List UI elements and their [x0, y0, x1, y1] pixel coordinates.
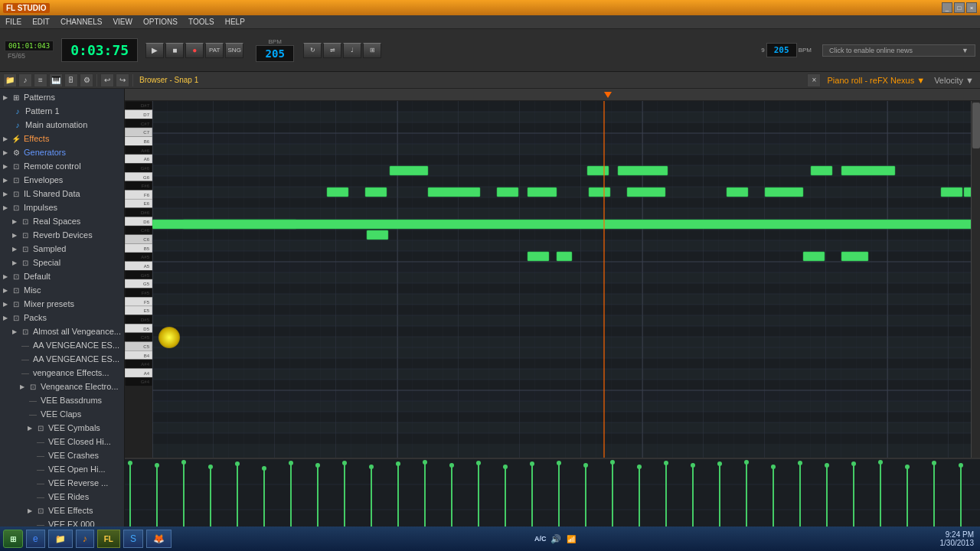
piano-btn[interactable]: 🎹: [49, 73, 63, 87]
menu-tools[interactable]: TOOLS: [186, 17, 217, 27]
news-bar[interactable]: Click to enable online news ▼: [822, 44, 975, 57]
taskbar-explorer[interactable]: 📁: [48, 530, 73, 548]
note-a6-2[interactable]: [587, 166, 609, 175]
shuffle-button[interactable]: ⇌: [323, 43, 341, 58]
pattern-btn[interactable]: ≡: [34, 73, 47, 87]
note-e6-main[interactable]: [152, 220, 971, 229]
sidebar-item-generators[interactable]: ▶ ⚙ Generators: [0, 145, 124, 159]
tray-audio[interactable]: 🔊: [550, 533, 562, 545]
taskbar-winamp[interactable]: ♪: [76, 530, 94, 548]
menu-view[interactable]: VIEW: [110, 17, 135, 27]
note-cs6-2[interactable]: [557, 252, 572, 261]
sidebar-item-sampled[interactable]: ▶ ⊡ Sampled: [0, 242, 124, 256]
note-g6-10[interactable]: [941, 187, 962, 197]
maximize-button[interactable]: □: [954, 2, 965, 13]
sidebar-item-vengeance-electro[interactable]: ▶ ⊡ Vengeance Electro...: [0, 380, 124, 393]
v-scroll-thumb[interactable]: [972, 103, 980, 148]
menu-edit[interactable]: EDIT: [30, 17, 52, 27]
note-g6-9[interactable]: [765, 187, 803, 197]
sidebar-item-vee-open-hi[interactable]: — VEE Open Hi...: [0, 462, 124, 476]
pattern-mode[interactable]: PAT: [205, 43, 224, 58]
sidebar-item-remote-control[interactable]: ▶ ⊡ Remote control: [0, 159, 124, 173]
note-cs6-3[interactable]: [803, 252, 825, 261]
note-g6-2[interactable]: [365, 187, 387, 197]
sidebar-item-vee-claps[interactable]: — VEE Claps: [0, 407, 124, 421]
velec-icon: ⊡: [28, 381, 38, 392]
browser-btn[interactable]: 📁: [3, 73, 17, 87]
stop-button[interactable]: ■: [165, 43, 184, 58]
record-button[interactable]: ●: [185, 43, 204, 58]
step-button[interactable]: ⊞: [363, 43, 381, 58]
channel-btn[interactable]: ♪: [18, 73, 32, 87]
note-g6-5[interactable]: [528, 187, 557, 197]
note-g6-8[interactable]: [727, 187, 748, 197]
note-a6-3[interactable]: [618, 166, 668, 175]
close-button[interactable]: ×: [966, 2, 977, 13]
minimize-button[interactable]: _: [942, 2, 952, 13]
sidebar-item-packs[interactable]: ▶ ⊡ Packs: [0, 311, 124, 324]
note-cs6-1[interactable]: [528, 252, 549, 261]
sidebar-item-special[interactable]: ▶ ⊡ Special: [0, 256, 124, 269]
menu-file[interactable]: FILE: [3, 17, 24, 27]
tray-ac[interactable]: A/C: [534, 533, 547, 545]
sidebar-item-vengeance-effects[interactable]: — vengeance Effects...: [0, 366, 124, 380]
sidebar-item-vee-rides[interactable]: — VEE Rides: [0, 490, 124, 504]
redo-btn[interactable]: ↪: [116, 73, 129, 87]
vertical-scrollbar[interactable]: [971, 101, 980, 458]
close-browser-btn[interactable]: ×: [807, 73, 821, 87]
vfx-label: vengeance Effects...: [33, 368, 109, 377]
start-button[interactable]: ⊞: [3, 530, 23, 548]
sidebar-item-effects[interactable]: ▶ ⚡ Effects: [0, 132, 124, 145]
sidebar-item-default[interactable]: ▶ ⊡ Default: [0, 269, 124, 283]
menu-options[interactable]: OPTIONS: [141, 17, 180, 27]
sidebar-item-almost-vengeance[interactable]: ▶ ⊡ Almost all Vengeance...: [0, 324, 124, 338]
sidebar-item-vee-reverse[interactable]: — VEE Reverse ...: [0, 476, 124, 490]
sidebar-item-aa-vee2[interactable]: — AA VENGEANCE ES...: [0, 352, 124, 366]
sidebar-item-impulses[interactable]: ▶ ⊡ Impulses: [0, 201, 124, 214]
sidebar-item-vee-crashes[interactable]: — VEE Crashes: [0, 448, 124, 462]
vcym-icon: ⊡: [35, 422, 46, 433]
menu-help[interactable]: HELP: [223, 17, 247, 27]
taskbar-skype[interactable]: S: [123, 530, 143, 548]
sidebar-item-vee-cymbals[interactable]: ▶ ⊡ VEE Cymbals: [0, 421, 124, 435]
sidebar-item-real-spaces[interactable]: ▶ ⊡ Real Spaces: [0, 214, 124, 228]
sidebar-item-shared-data[interactable]: ▶ ⊡ IL Shared Data: [0, 187, 124, 201]
play-button[interactable]: ▶: [145, 43, 164, 58]
sidebar-item-aa-vee1[interactable]: — AA VENGEANCE ES...: [0, 338, 124, 352]
note-a6-1[interactable]: [390, 166, 428, 175]
sidebar-item-vee-closed-hi[interactable]: — VEE Closed Hi...: [0, 435, 124, 448]
master-controls: 9 205 BPM: [761, 43, 812, 57]
loop-button[interactable]: ↻: [303, 43, 322, 58]
song-mode[interactable]: SNG: [225, 43, 243, 58]
taskbar-firefox[interactable]: 🦊: [146, 530, 172, 548]
note-ds6-1[interactable]: [367, 230, 388, 240]
sidebar-item-vee-effects[interactable]: ▶ ⊡ VEE Effects: [0, 504, 124, 517]
sidebar-item-vee-bassdrums[interactable]: — VEE Bassdrums: [0, 393, 124, 407]
sidebar-item-reverb-devices[interactable]: ▶ ⊡ Reverb Devices: [0, 228, 124, 242]
taskbar-fl[interactable]: FL: [97, 530, 120, 548]
note-g6-7[interactable]: [627, 187, 665, 197]
note-g6-1[interactable]: [327, 187, 348, 197]
sidebar-item-envelopes[interactable]: ▶ ⊡ Envelopes: [0, 173, 124, 187]
note-g6-3[interactable]: [428, 187, 480, 197]
plugin-btn[interactable]: ⚙: [80, 73, 93, 87]
sidebar-item-patterns[interactable]: ▶ ⊞ Patterns: [0, 90, 124, 104]
sidebar-item-misc[interactable]: ▶ ⊡ Misc: [0, 283, 124, 297]
note-a6-5[interactable]: [841, 166, 895, 175]
tray-network[interactable]: 📶: [565, 533, 577, 545]
sidebar-item-pattern1[interactable]: ♪ Pattern 1: [0, 104, 124, 118]
sidebar-item-mixer-presets[interactable]: ▶ ⊡ Mixer presets: [0, 297, 124, 311]
sidebar-item-main-automation[interactable]: ♪ Main automation: [0, 118, 124, 132]
menu-channels[interactable]: CHANNELS: [58, 17, 104, 27]
undo-btn[interactable]: ↩: [100, 73, 114, 87]
note-g6-11[interactable]: [964, 187, 971, 197]
note-g6-4[interactable]: [497, 187, 518, 197]
taskbar-ie[interactable]: e: [26, 530, 45, 548]
note-grid[interactable]: [152, 101, 971, 458]
mixer-btn[interactable]: 🎚: [64, 73, 78, 87]
metro-button[interactable]: ♩: [343, 43, 361, 58]
note-cs6-4[interactable]: [841, 252, 868, 261]
note-a6-4[interactable]: [811, 166, 832, 175]
note-g6-6[interactable]: [589, 187, 610, 197]
bpm-display[interactable]: 205: [256, 45, 294, 62]
